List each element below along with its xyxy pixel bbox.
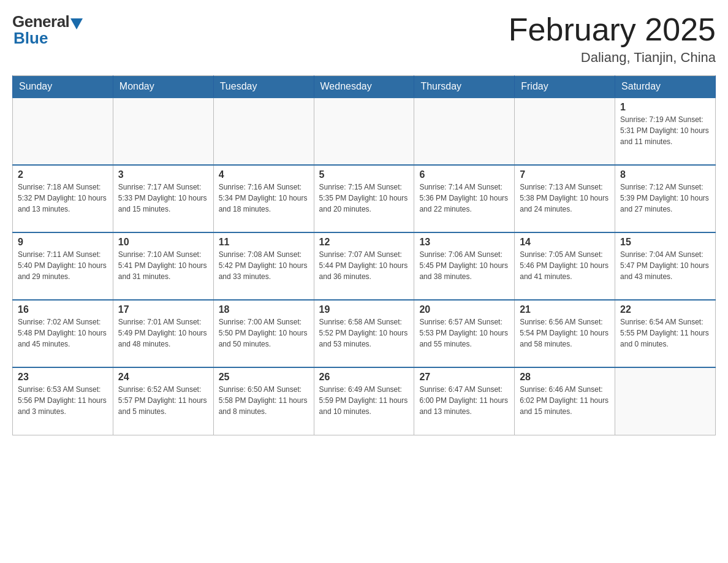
calendar-table: SundayMondayTuesdayWednesdayThursdayFrid… [12,75,716,435]
calendar-cell: 28Sunrise: 6:46 AM Sunset: 6:02 PM Dayli… [515,367,615,435]
day-number: 13 [419,237,509,248]
week-row-4: 16Sunrise: 7:02 AM Sunset: 5:48 PM Dayli… [13,300,716,367]
logo: General Blue [12,12,83,48]
calendar-cell: 12Sunrise: 7:07 AM Sunset: 5:44 PM Dayli… [314,232,414,300]
day-info: Sunrise: 7:06 AM Sunset: 5:45 PM Dayligh… [419,249,509,282]
day-info: Sunrise: 7:16 AM Sunset: 5:34 PM Dayligh… [219,182,309,215]
day-number: 26 [319,372,409,383]
calendar-header-row: SundayMondayTuesdayWednesdayThursdayFrid… [13,76,716,98]
calendar-cell: 5Sunrise: 7:15 AM Sunset: 5:35 PM Daylig… [314,165,414,232]
day-number: 15 [620,237,710,248]
day-number: 5 [319,169,409,180]
day-info: Sunrise: 6:54 AM Sunset: 5:55 PM Dayligh… [620,316,710,350]
day-number: 9 [18,237,108,248]
day-number: 10 [118,237,208,248]
calendar-cell [13,98,113,165]
day-number: 24 [118,372,208,383]
day-number: 18 [219,304,309,315]
calendar-cell [113,98,213,165]
day-info: Sunrise: 7:10 AM Sunset: 5:41 PM Dayligh… [118,249,208,282]
day-info: Sunrise: 7:05 AM Sunset: 5:46 PM Dayligh… [520,249,610,282]
day-info: Sunrise: 7:15 AM Sunset: 5:35 PM Dayligh… [319,182,409,215]
month-title: February 2025 [509,12,716,47]
day-number: 25 [219,372,309,383]
day-info: Sunrise: 7:11 AM Sunset: 5:40 PM Dayligh… [18,249,108,282]
weekday-header-friday: Friday [515,76,615,98]
calendar-cell: 9Sunrise: 7:11 AM Sunset: 5:40 PM Daylig… [13,232,113,300]
day-info: Sunrise: 7:00 AM Sunset: 5:50 PM Dayligh… [219,316,309,350]
calendar-cell: 24Sunrise: 6:52 AM Sunset: 5:57 PM Dayli… [113,367,213,435]
calendar-cell: 21Sunrise: 6:56 AM Sunset: 5:54 PM Dayli… [515,300,615,367]
calendar-cell: 2Sunrise: 7:18 AM Sunset: 5:32 PM Daylig… [13,165,113,232]
day-info: Sunrise: 7:18 AM Sunset: 5:32 PM Dayligh… [18,182,108,215]
calendar-cell: 11Sunrise: 7:08 AM Sunset: 5:42 PM Dayli… [213,232,314,300]
day-number: 19 [319,304,409,315]
week-row-3: 9Sunrise: 7:11 AM Sunset: 5:40 PM Daylig… [13,232,716,300]
day-info: Sunrise: 6:58 AM Sunset: 5:52 PM Dayligh… [319,316,409,350]
day-number: 4 [219,169,309,180]
calendar-cell: 22Sunrise: 6:54 AM Sunset: 5:55 PM Dayli… [615,300,716,367]
day-number: 3 [118,169,208,180]
calendar-cell [515,98,615,165]
day-number: 8 [620,169,710,180]
calendar-cell: 18Sunrise: 7:00 AM Sunset: 5:50 PM Dayli… [213,300,314,367]
day-number: 6 [419,169,509,180]
location-title: Daliang, Tianjin, China [509,50,716,66]
calendar-cell: 27Sunrise: 6:47 AM Sunset: 6:00 PM Dayli… [414,367,515,435]
day-number: 12 [319,237,409,248]
weekday-header-saturday: Saturday [615,76,716,98]
weekday-header-monday: Monday [113,76,213,98]
calendar-cell: 16Sunrise: 7:02 AM Sunset: 5:48 PM Dayli… [13,300,113,367]
day-info: Sunrise: 6:46 AM Sunset: 6:02 PM Dayligh… [520,384,610,417]
calendar-cell: 10Sunrise: 7:10 AM Sunset: 5:41 PM Dayli… [113,232,213,300]
calendar-cell: 20Sunrise: 6:57 AM Sunset: 5:53 PM Dayli… [414,300,515,367]
weekday-header-wednesday: Wednesday [314,76,414,98]
calendar-cell: 8Sunrise: 7:12 AM Sunset: 5:39 PM Daylig… [615,165,716,232]
day-number: 22 [620,304,710,315]
day-number: 28 [520,372,610,383]
calendar-cell [314,98,414,165]
week-row-5: 23Sunrise: 6:53 AM Sunset: 5:56 PM Dayli… [13,367,716,435]
calendar-cell [414,98,515,165]
day-info: Sunrise: 7:07 AM Sunset: 5:44 PM Dayligh… [319,249,409,282]
day-number: 27 [419,372,509,383]
calendar-cell: 6Sunrise: 7:14 AM Sunset: 5:36 PM Daylig… [414,165,515,232]
day-number: 2 [18,169,108,180]
day-info: Sunrise: 7:02 AM Sunset: 5:48 PM Dayligh… [18,316,108,350]
day-info: Sunrise: 6:47 AM Sunset: 6:00 PM Dayligh… [419,384,509,417]
logo-arrow-icon [70,18,83,29]
calendar-cell: 25Sunrise: 6:50 AM Sunset: 5:58 PM Dayli… [213,367,314,435]
page-header: General Blue February 2025 Daliang, Tian… [12,12,716,66]
day-number: 7 [520,169,610,180]
calendar-cell: 3Sunrise: 7:17 AM Sunset: 5:33 PM Daylig… [113,165,213,232]
day-number: 14 [520,237,610,248]
day-number: 17 [118,304,208,315]
day-number: 11 [219,237,309,248]
day-number: 16 [18,304,108,315]
calendar-cell: 15Sunrise: 7:04 AM Sunset: 5:47 PM Dayli… [615,232,716,300]
day-info: Sunrise: 6:50 AM Sunset: 5:58 PM Dayligh… [219,384,309,417]
calendar-cell: 4Sunrise: 7:16 AM Sunset: 5:34 PM Daylig… [213,165,314,232]
day-info: Sunrise: 7:17 AM Sunset: 5:33 PM Dayligh… [118,182,208,215]
calendar-cell: 17Sunrise: 7:01 AM Sunset: 5:49 PM Dayli… [113,300,213,367]
day-number: 21 [520,304,610,315]
day-info: Sunrise: 6:56 AM Sunset: 5:54 PM Dayligh… [520,316,610,350]
day-info: Sunrise: 6:53 AM Sunset: 5:56 PM Dayligh… [18,384,108,417]
week-row-1: 1Sunrise: 7:19 AM Sunset: 5:31 PM Daylig… [13,98,716,165]
calendar-cell: 23Sunrise: 6:53 AM Sunset: 5:56 PM Dayli… [13,367,113,435]
calendar-cell [615,367,716,435]
day-number: 1 [620,102,710,113]
weekday-header-thursday: Thursday [414,76,515,98]
calendar-cell: 13Sunrise: 7:06 AM Sunset: 5:45 PM Dayli… [414,232,515,300]
title-area: February 2025 Daliang, Tianjin, China [509,12,716,66]
calendar-cell: 1Sunrise: 7:19 AM Sunset: 5:31 PM Daylig… [615,98,716,165]
logo-blue-text: Blue [13,29,48,48]
day-info: Sunrise: 7:12 AM Sunset: 5:39 PM Dayligh… [620,182,710,215]
day-number: 20 [419,304,509,315]
day-info: Sunrise: 7:19 AM Sunset: 5:31 PM Dayligh… [620,114,710,147]
day-info: Sunrise: 6:52 AM Sunset: 5:57 PM Dayligh… [118,384,208,417]
calendar-cell: 14Sunrise: 7:05 AM Sunset: 5:46 PM Dayli… [515,232,615,300]
day-info: Sunrise: 7:01 AM Sunset: 5:49 PM Dayligh… [118,316,208,350]
calendar-cell: 7Sunrise: 7:13 AM Sunset: 5:38 PM Daylig… [515,165,615,232]
calendar-cell: 19Sunrise: 6:58 AM Sunset: 5:52 PM Dayli… [314,300,414,367]
